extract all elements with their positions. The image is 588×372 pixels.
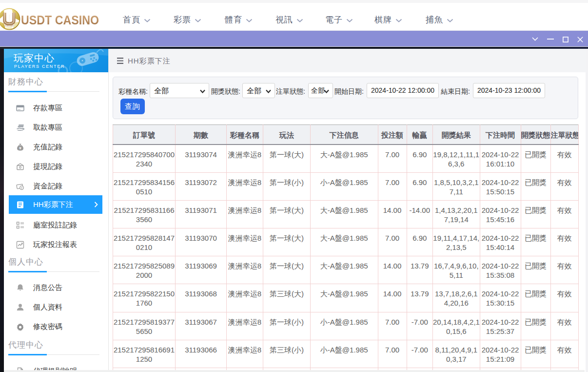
svg-text:CASINO: CASINO — [5, 24, 14, 27]
svg-text:¥: ¥ — [19, 146, 21, 150]
